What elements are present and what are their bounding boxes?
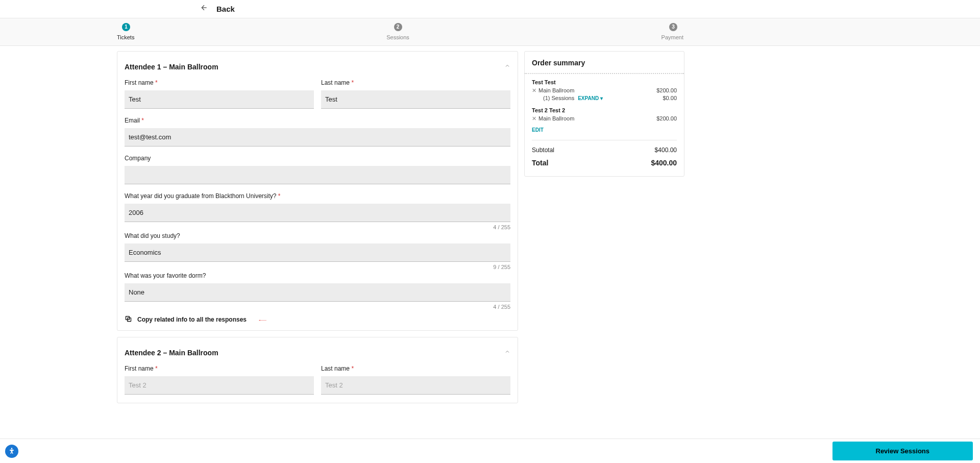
review-sessions-button[interactable]: Review Sessions (832, 442, 973, 445)
checkout-stepper: 1 Tickets 2 Sessions 3 Payment (0, 18, 980, 46)
edit-order-button[interactable]: EDIT (532, 127, 544, 133)
step-payment[interactable]: 3 Payment (662, 21, 683, 40)
step-1-circle: 1 (122, 23, 130, 31)
company-input[interactable] (125, 166, 510, 184)
study-counter: 9 / 255 (125, 264, 510, 270)
dorm-input[interactable] (125, 283, 510, 302)
summary-ticket-price: $200.00 (656, 87, 677, 93)
grad-year-counter: 4 / 255 (125, 224, 510, 230)
last-name-label: Last name * (321, 365, 510, 372)
attendee-2-toggle[interactable]: Attendee 2 – Main Ballroom (125, 337, 510, 365)
first-name-input[interactable] (125, 90, 314, 109)
last-name-input[interactable] (321, 90, 510, 109)
top-toolbar: Back (0, 0, 980, 18)
dotted-divider (525, 73, 684, 74)
order-summary-title: Order summary (532, 59, 677, 67)
sessions-price: $0.00 (663, 95, 677, 101)
summary-ticket-line: ✕ Main Ballroom $200.00 (532, 115, 677, 122)
grad-year-input[interactable] (125, 204, 510, 222)
step-3-circle: 3 (669, 23, 677, 31)
first-name-label: First name * (125, 365, 314, 372)
svg-marker-3 (259, 320, 260, 321)
step-3-label: Payment (662, 34, 683, 40)
chevron-up-icon (504, 349, 510, 356)
order-summary-card: Order summary Test Test ✕ Main Ballroom … (524, 51, 684, 177)
chevron-up-icon (504, 63, 510, 70)
copy-label: Copy related info to all the responses (137, 316, 247, 323)
step-2-circle: 2 (394, 23, 402, 31)
summary-ticket-name: Main Ballroom (538, 115, 574, 121)
dorm-label: What was your favorite dorm? (125, 272, 510, 279)
summary-ticket-name: Main Ballroom (538, 87, 574, 93)
last-name-label: Last name * (321, 79, 510, 86)
step-1-label: Tickets (117, 34, 134, 40)
study-input[interactable] (125, 243, 510, 262)
back-label: Back (216, 5, 235, 13)
summary-attendee-name: Test 2 Test 2 (532, 107, 677, 113)
copy-to-all-button[interactable]: Copy related info to all the responses (125, 312, 510, 330)
email-input[interactable] (125, 128, 510, 147)
attendee-1-toggle[interactable]: Attendee 1 – Main Ballroom (125, 52, 510, 79)
company-label: Company (125, 155, 510, 162)
back-arrow-icon (200, 4, 208, 14)
subtotal-row: Subtotal $400.00 (532, 147, 677, 154)
summary-ticket-line: ✕ Main Ballroom $200.00 (532, 87, 677, 94)
attendee-1-card: Attendee 1 – Main Ballroom First name * … (117, 51, 518, 331)
attendee-1-title: Attendee 1 – Main Ballroom (125, 63, 218, 71)
last-name-input[interactable] (321, 376, 510, 395)
summary-attendee-name: Test Test (532, 79, 677, 85)
first-name-input[interactable] (125, 376, 314, 395)
footer-bar: Review Sessions (0, 438, 980, 445)
study-label: What did you study? (125, 232, 510, 239)
step-2-label: Sessions (386, 34, 409, 40)
total-row: Total $400.00 (532, 159, 677, 167)
email-label: Email * (125, 117, 510, 124)
remove-ticket-icon[interactable]: ✕ (532, 87, 536, 94)
copy-icon (125, 315, 132, 324)
step-tickets[interactable]: 1 Tickets (117, 21, 134, 40)
first-name-label: First name * (125, 79, 314, 86)
summary-ticket-price: $200.00 (656, 115, 677, 121)
expand-sessions-button[interactable]: EXPAND ▾ (578, 95, 603, 101)
back-button[interactable]: Back (200, 4, 235, 14)
grad-year-label: What year did you graduate from Blacktho… (125, 192, 510, 200)
attendee-2-card: Attendee 2 – Main Ballroom First name * … (117, 337, 518, 403)
sessions-count: (1) Sessions (543, 95, 574, 101)
remove-ticket-icon[interactable]: ✕ (532, 115, 536, 122)
attendee-2-title: Attendee 2 – Main Ballroom (125, 349, 218, 357)
summary-sessions-line: (1) Sessions EXPAND ▾ $0.00 (532, 95, 677, 101)
chevron-down-icon: ▾ (600, 95, 603, 101)
dorm-counter: 4 / 255 (125, 304, 510, 310)
step-sessions[interactable]: 2 Sessions (386, 21, 409, 40)
